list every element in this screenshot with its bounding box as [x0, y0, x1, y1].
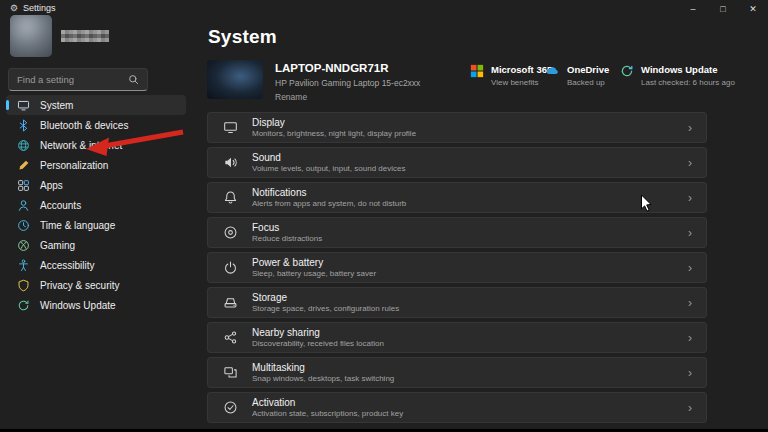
- settings-row-focus[interactable]: FocusReduce distractions ›: [207, 217, 707, 248]
- row-subtitle: Activation state, subscriptions, product…: [252, 409, 403, 418]
- row-title: Notifications: [252, 187, 406, 198]
- sidebar-item-privacy-security[interactable]: Privacy & security: [6, 275, 186, 295]
- notifications-icon: [222, 190, 238, 206]
- chevron-right-icon: ›: [688, 227, 692, 239]
- row-title: Display: [252, 117, 416, 128]
- row-title: Activation: [252, 397, 403, 408]
- minimize-icon[interactable]: –: [678, 0, 708, 18]
- sidebar-item-label: Windows Update: [40, 300, 116, 311]
- status-title: Windows Update: [641, 64, 735, 75]
- status-microsoft-365[interactable]: Microsoft 365 View benefits: [470, 64, 552, 87]
- settings-row-activation[interactable]: ActivationActivation state, subscription…: [207, 392, 707, 423]
- settings-row-power-battery[interactable]: Power & batterySleep, battery usage, bat…: [207, 252, 707, 283]
- chevron-right-icon: ›: [688, 122, 692, 134]
- settings-list: DisplayMonitors, brightness, night light…: [207, 112, 707, 423]
- system-icon: [16, 98, 30, 112]
- rename-button[interactable]: Rename: [275, 92, 420, 102]
- windows-update-icon: [16, 298, 30, 312]
- settings-row-multitasking[interactable]: MultitaskingSnap windows, desktops, task…: [207, 357, 707, 388]
- search-placeholder: Find a setting: [17, 74, 74, 85]
- row-title: Multitasking: [252, 362, 394, 373]
- time-language-icon: [16, 218, 30, 232]
- device-card: LAPTOP-NNDGR71R HP Pavilion Gaming Lapto…: [207, 60, 420, 102]
- sidebar-item-system[interactable]: System: [6, 95, 186, 115]
- settings-row-notifications[interactable]: NotificationsAlerts from apps and system…: [207, 182, 707, 213]
- row-subtitle: Snap windows, desktops, task switching: [252, 374, 394, 383]
- sidebar-item-accounts[interactable]: Accounts: [6, 195, 186, 215]
- sidebar-item-network-internet[interactable]: Network & internet: [6, 135, 186, 155]
- device-thumbnail: [207, 60, 263, 99]
- row-subtitle: Volume levels, output, input, sound devi…: [252, 164, 405, 173]
- status-windows-update[interactable]: Windows Update Last checked: 6 hours ago: [620, 64, 735, 87]
- sidebar-item-label: Gaming: [40, 240, 75, 251]
- accessibility-icon: [16, 258, 30, 272]
- close-icon[interactable]: ✕: [738, 0, 768, 18]
- focus-icon: [222, 225, 238, 241]
- sidebar-nav: System Bluetooth & devices Network & int…: [6, 95, 186, 315]
- chevron-right-icon: ›: [688, 262, 692, 274]
- sidebar-item-time-language[interactable]: Time & language: [6, 215, 186, 235]
- row-title: Power & battery: [252, 257, 376, 268]
- nearby-sharing-icon: [222, 330, 238, 346]
- chevron-right-icon: ›: [688, 332, 692, 344]
- titlebar: ⚙ Settings – □ ✕: [0, 0, 768, 18]
- sidebar-item-label: System: [40, 100, 73, 111]
- storage-icon: [222, 295, 238, 311]
- multitasking-icon: [222, 365, 238, 381]
- row-subtitle: Monitors, brightness, night light, displ…: [252, 129, 416, 138]
- search-input[interactable]: Find a setting: [8, 68, 148, 91]
- sidebar-item-gaming[interactable]: Gaming: [6, 235, 186, 255]
- status-onedrive[interactable]: OneDrive Backed up: [545, 64, 609, 87]
- windows-update-status-icon: [620, 64, 634, 78]
- row-subtitle: Sleep, battery usage, battery saver: [252, 269, 376, 278]
- microsoft-365-icon: [470, 64, 484, 78]
- user-profile[interactable]: [10, 15, 109, 57]
- settings-row-sound[interactable]: SoundVolume levels, output, input, sound…: [207, 147, 707, 178]
- sidebar-item-accessibility[interactable]: Accessibility: [6, 255, 186, 275]
- settings-row-nearby-sharing[interactable]: Nearby sharingDiscoverability, received …: [207, 322, 707, 353]
- sidebar-item-label: Personalization: [40, 160, 108, 171]
- settings-row-storage[interactable]: StorageStorage space, drives, configurat…: [207, 287, 707, 318]
- sidebar-item-windows-update[interactable]: Windows Update: [6, 295, 186, 315]
- bluetooth-icon: [16, 118, 30, 132]
- gaming-icon: [16, 238, 30, 252]
- avatar: [10, 15, 52, 57]
- device-name: LAPTOP-NNDGR71R: [275, 62, 420, 74]
- sidebar-item-label: Bluetooth & devices: [40, 120, 128, 131]
- sidebar-item-bluetooth-devices[interactable]: Bluetooth & devices: [6, 115, 186, 135]
- chevron-right-icon: ›: [688, 157, 692, 169]
- search-icon: [128, 74, 139, 85]
- window-controls: – □ ✕: [678, 0, 768, 18]
- sidebar-item-label: Network & internet: [40, 140, 122, 151]
- sidebar-item-personalization[interactable]: Personalization: [6, 155, 186, 175]
- user-name-redacted: [61, 30, 109, 42]
- chevron-right-icon: ›: [688, 367, 692, 379]
- status-subtitle: Last checked: 6 hours ago: [641, 78, 735, 87]
- row-subtitle: Reduce distractions: [252, 234, 322, 243]
- activation-icon: [222, 400, 238, 416]
- chevron-right-icon: ›: [688, 402, 692, 414]
- status-subtitle: Backed up: [567, 78, 609, 87]
- sidebar-item-label: Apps: [40, 180, 63, 191]
- privacy-icon: [16, 278, 30, 292]
- sidebar-item-label: Accessibility: [40, 260, 94, 271]
- network-icon: [16, 138, 30, 152]
- status-title: Microsoft 365: [491, 64, 552, 75]
- sidebar-item-apps[interactable]: Apps: [6, 175, 186, 195]
- row-title: Focus: [252, 222, 322, 233]
- sidebar-item-label: Accounts: [40, 200, 81, 211]
- personalization-icon: [16, 158, 30, 172]
- row-subtitle: Discoverability, received files location: [252, 339, 384, 348]
- status-subtitle: View benefits: [491, 78, 552, 87]
- sidebar-item-label: Time & language: [40, 220, 115, 231]
- settings-row-display[interactable]: DisplayMonitors, brightness, night light…: [207, 112, 707, 143]
- status-title: OneDrive: [567, 64, 609, 75]
- maximize-icon[interactable]: □: [708, 0, 738, 18]
- sound-icon: [222, 155, 238, 171]
- display-icon: [222, 120, 238, 136]
- chevron-right-icon: ›: [688, 297, 692, 309]
- window-title: ⚙ Settings: [10, 3, 56, 13]
- page-title: System: [208, 26, 277, 48]
- device-model: HP Pavilion Gaming Laptop 15-ec2xxx: [275, 78, 420, 88]
- settings-app-icon: ⚙: [10, 3, 18, 13]
